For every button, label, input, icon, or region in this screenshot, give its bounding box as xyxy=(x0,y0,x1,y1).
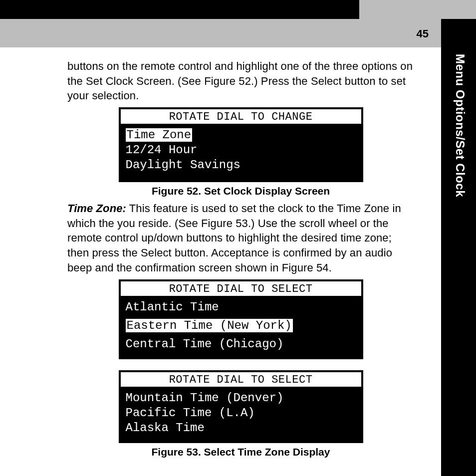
fig52-item-2[interactable]: Daylight Savings xyxy=(126,158,356,172)
fig53b-item-1-label: Pacific Time (L.A) xyxy=(126,406,255,420)
fig52-item-0-label: Time Zone xyxy=(126,128,193,142)
side-tab-label: Menu Options/Set Clock xyxy=(453,54,467,197)
header-masthead xyxy=(0,0,359,19)
fig53a-screen: ROTATE DIAL TO SELECT Atlantic Time East… xyxy=(119,279,363,359)
fig52-screen: ROTATE DIAL TO CHANGE Time Zone 12/24 Ho… xyxy=(119,107,363,182)
fig53b-screen: ROTATE DIAL TO SELECT Mountain Time (Den… xyxy=(119,370,363,443)
fig52-header: ROTATE DIAL TO CHANGE xyxy=(121,109,361,124)
fig53b-item-1[interactable]: Pacific Time (L.A) xyxy=(126,406,356,420)
fig53a-body: Atlantic Time Eastern Time (New York) Ce… xyxy=(121,296,361,357)
fig53a-item-0-label: Atlantic Time xyxy=(126,300,219,314)
timezone-paragraph: Time Zone: This feature is used to set t… xyxy=(67,201,414,275)
fig52-item-1-label: 12/24 Hour xyxy=(126,143,198,157)
fig53b-item-2[interactable]: Alaska Time xyxy=(126,421,356,435)
fig52-caption: Figure 52. Set Clock Display Screen xyxy=(67,185,414,197)
fig53b-item-2-label: Alaska Time xyxy=(126,421,205,435)
fig52-item-1[interactable]: 12/24 Hour xyxy=(126,143,356,157)
fig53a-item-0[interactable]: Atlantic Time xyxy=(126,300,356,314)
intro-paragraph: buttons on the remote control and highli… xyxy=(67,59,414,103)
fig53a-item-2-label: Central Time (Chicago) xyxy=(126,337,284,351)
fig52-body: Time Zone 12/24 Hour Daylight Savings xyxy=(121,124,361,180)
fig53a-header: ROTATE DIAL TO SELECT xyxy=(121,281,361,296)
fig53b-item-0-label: Mountain Time (Denver) xyxy=(126,391,284,405)
fig52-item-2-label: Daylight Savings xyxy=(126,158,240,172)
fig53a-item-1-label: Eastern Time (New York) xyxy=(126,319,293,332)
timezone-lead: Time Zone: xyxy=(67,202,126,215)
content-column: buttons on the remote control and highli… xyxy=(67,59,414,462)
page-number: 45 xyxy=(417,27,429,40)
fig53-caption: Figure 53. Select Time Zone Display xyxy=(67,446,414,458)
fig52-item-0[interactable]: Time Zone xyxy=(126,128,356,142)
page: 45 Menu Options/Set Clock buttons on the… xyxy=(0,0,476,476)
fig53b-item-0[interactable]: Mountain Time (Denver) xyxy=(126,391,356,405)
fig53b-header: ROTATE DIAL TO SELECT xyxy=(121,372,361,387)
fig53b-body: Mountain Time (Denver) Pacific Time (L.A… xyxy=(121,387,361,441)
fig53a-item-1[interactable]: Eastern Time (New York) xyxy=(126,319,356,332)
fig53a-item-2[interactable]: Central Time (Chicago) xyxy=(126,337,356,351)
